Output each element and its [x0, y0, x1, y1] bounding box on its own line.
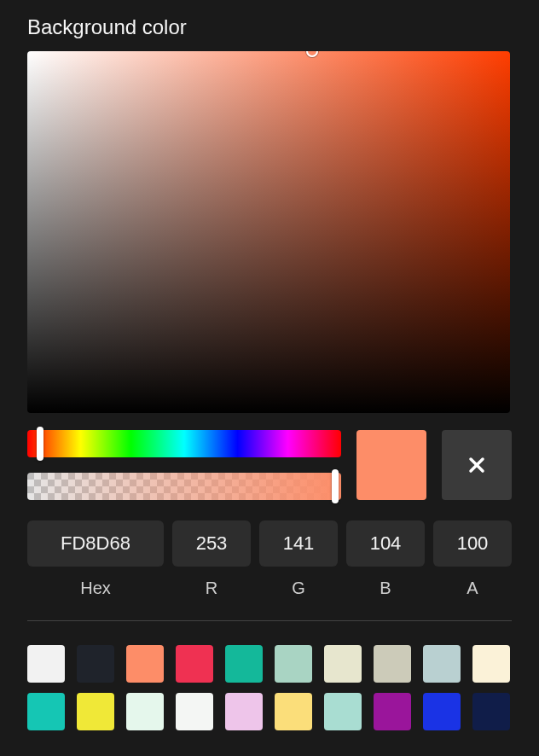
b-label: B — [380, 579, 391, 598]
hex-label: Hex — [80, 579, 111, 598]
swatch-13[interactable] — [176, 693, 213, 730]
alpha-slider[interactable] — [27, 473, 341, 500]
swatch-15[interactable] — [275, 693, 312, 730]
a-label: A — [467, 579, 478, 598]
r-label: R — [206, 579, 217, 598]
swatch-10[interactable] — [27, 693, 65, 730]
hue-slider-thumb[interactable] — [37, 427, 43, 461]
swatch-grid — [27, 645, 512, 730]
alpha-slider-thumb[interactable] — [332, 469, 339, 503]
a-input[interactable]: 100 — [433, 520, 512, 567]
hex-input[interactable]: FD8D68 — [27, 520, 164, 567]
saturation-value-cursor[interactable] — [306, 51, 318, 57]
swatch-4[interactable] — [225, 645, 263, 683]
hue-slider[interactable] — [27, 430, 341, 457]
swatch-9[interactable] — [472, 645, 510, 683]
swatch-18[interactable] — [423, 693, 461, 730]
swatch-5[interactable] — [275, 645, 312, 683]
g-input[interactable]: 141 — [259, 520, 338, 567]
g-label: G — [292, 579, 305, 598]
swatch-17[interactable] — [374, 693, 411, 730]
b-input[interactable]: 104 — [346, 520, 425, 567]
swatch-12[interactable] — [126, 693, 164, 730]
swatch-1[interactable] — [77, 645, 114, 683]
swatch-8[interactable] — [423, 645, 461, 683]
swatch-16[interactable] — [324, 693, 362, 730]
divider — [27, 620, 512, 621]
swatch-3[interactable] — [176, 645, 213, 683]
r-input[interactable]: 253 — [172, 520, 251, 567]
swatch-6[interactable] — [324, 645, 362, 683]
color-preview — [356, 430, 426, 500]
swatch-11[interactable] — [77, 693, 114, 730]
saturation-value-area[interactable] — [27, 51, 510, 413]
swatch-7[interactable] — [374, 645, 411, 683]
swatch-0[interactable] — [27, 645, 65, 683]
clear-button[interactable] — [442, 430, 512, 500]
swatch-14[interactable] — [225, 693, 263, 730]
close-icon — [467, 455, 487, 475]
swatch-19[interactable] — [472, 693, 510, 730]
panel-title: Background color — [27, 15, 512, 39]
swatch-2[interactable] — [126, 645, 164, 683]
